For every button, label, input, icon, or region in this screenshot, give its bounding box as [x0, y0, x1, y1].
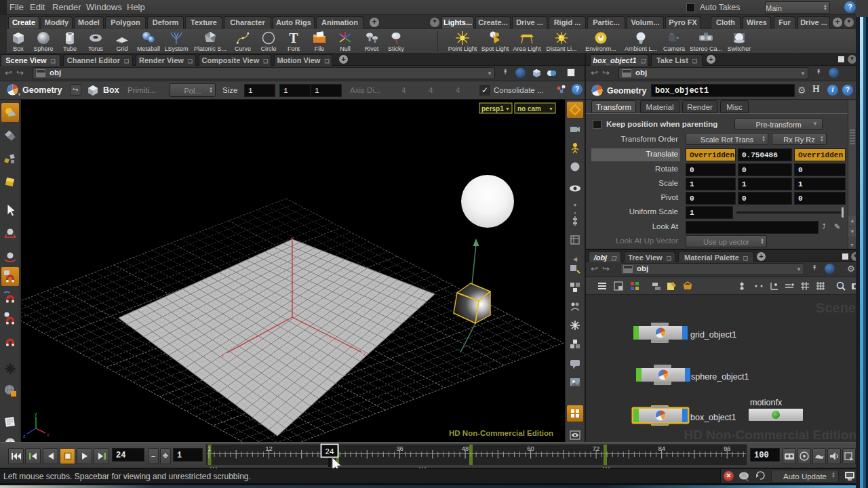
svg-text:36: 36	[396, 445, 403, 452]
svg-text:x: x	[363, 352, 366, 357]
svg-text:72: 72	[593, 445, 600, 452]
svg-text:60: 60	[527, 445, 534, 452]
svg-text:1: 1	[208, 445, 211, 452]
svg-text:z: z	[222, 352, 224, 357]
svg-text:y: y	[291, 236, 294, 241]
svg-text:y: y	[35, 411, 37, 417]
svg-text:no cam: no cam	[517, 105, 541, 113]
svg-text:HD Non-Commercial Edition: HD Non-Commercial Edition	[449, 429, 553, 437]
svg-text:84: 84	[658, 445, 665, 452]
svg-text:24: 24	[326, 447, 334, 455]
svg-text:x: x	[47, 432, 50, 437]
svg-text:▼: ▼	[505, 106, 510, 111]
svg-text:96: 96	[724, 445, 731, 452]
svg-text:▼: ▼	[549, 106, 553, 111]
svg-text:48: 48	[462, 445, 469, 452]
svg-text:12: 12	[265, 445, 273, 452]
svg-text:persp1: persp1	[481, 105, 504, 113]
svg-text:T: T	[289, 30, 298, 45]
svg-text:z: z	[23, 434, 26, 439]
